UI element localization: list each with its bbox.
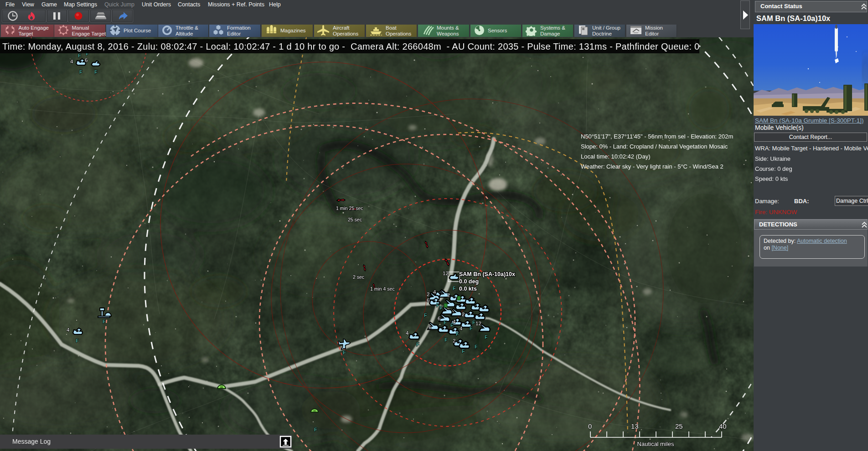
svg-text:N50°51'17", E37°11'45" - 56nm: N50°51'17", E37°11'45" - 56nm from sel -…	[581, 133, 733, 140]
svg-text:13: 13	[631, 422, 639, 430]
svg-text:6: 6	[438, 316, 440, 321]
svg-text:1 min 25 sec: 1 min 25 sec	[336, 205, 363, 211]
svg-text:Time: Monday, August 8, 2016 -: Time: Monday, August 8, 2016 - Zulu: 08:…	[2, 41, 700, 51]
svg-text:2 sec: 2 sec	[353, 274, 364, 280]
svg-text:F: F	[424, 313, 427, 318]
svg-text:4: 4	[67, 327, 70, 333]
svg-text:F: F	[76, 338, 79, 343]
svg-text:4: 4	[460, 326, 463, 331]
svg-text:1 min 4 sec: 1 min 4 sec	[370, 286, 395, 292]
svg-text:4: 4	[453, 319, 456, 324]
svg-text:F: F	[444, 337, 448, 343]
svg-text:F: F	[462, 348, 465, 354]
svg-text:4: 4	[406, 330, 409, 336]
svg-text:SAM Bn (SA-10a)10x: SAM Bn (SA-10a)10x	[459, 271, 515, 277]
svg-text:0.0 deg: 0.0 deg	[459, 278, 479, 285]
svg-text:6: 6	[429, 324, 431, 330]
svg-text:Slope: 0% - Land: Cropland /: Slope: 0% - Land: Cropland / Natural Veg…	[581, 143, 728, 150]
svg-text:F: F	[94, 69, 98, 75]
svg-text:F: F	[103, 319, 106, 324]
svg-text:6: 6	[427, 297, 429, 303]
svg-text:2: 2	[427, 292, 429, 297]
svg-text:0.0 kts: 0.0 kts	[459, 286, 477, 292]
svg-text:25: 25	[675, 422, 683, 430]
svg-text:2: 2	[462, 312, 465, 317]
svg-text:F: F	[453, 286, 456, 291]
svg-text:40: 40	[719, 422, 727, 430]
svg-text:F: F	[472, 320, 475, 325]
svg-text:Nautical miles: Nautical miles	[637, 441, 674, 447]
svg-text:12: 12	[475, 321, 481, 326]
svg-text:F: F	[439, 305, 443, 311]
svg-text:2: 2	[453, 338, 455, 343]
svg-text:4: 4	[70, 59, 73, 64]
svg-text:F: F	[436, 302, 439, 308]
svg-text:6: 6	[85, 57, 88, 63]
svg-text:F: F	[485, 334, 488, 340]
svg-text:F: F	[78, 53, 81, 58]
svg-text:0: 0	[588, 422, 592, 430]
svg-text:F: F	[314, 427, 317, 432]
svg-text:F: F	[343, 350, 346, 355]
svg-text:F: F	[475, 344, 478, 349]
svg-text:F: F	[456, 331, 459, 337]
svg-text:F: F	[470, 326, 473, 331]
svg-text:F: F	[79, 69, 83, 75]
svg-text:12: 12	[443, 271, 449, 276]
svg-text:2: 2	[447, 292, 450, 298]
svg-text:Weather: Clear sky - Very ligh: Weather: Clear sky - Very light rain - 5…	[581, 163, 723, 170]
svg-text:Message Log: Message Log	[12, 438, 51, 445]
svg-text:F: F	[444, 320, 447, 325]
svg-text:F: F	[416, 342, 419, 347]
svg-text:Local time: 10:02:42 (Day): Local time: 10:02:42 (Day)	[581, 153, 650, 160]
svg-text:4: 4	[433, 289, 436, 295]
svg-text:25 sec: 25 sec	[348, 217, 362, 222]
